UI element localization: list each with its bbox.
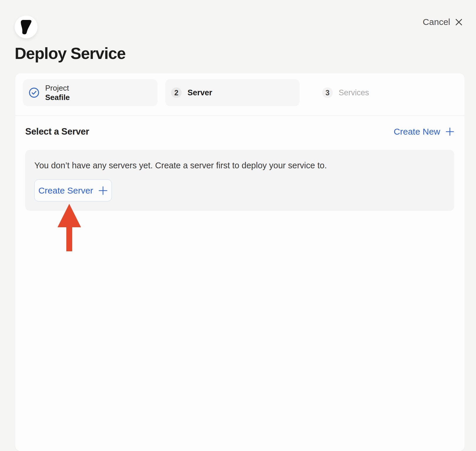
deploy-wizard-card: Project Seafile 2 Server 3 Services Sele… <box>15 73 465 451</box>
step-server-number: 2 <box>171 87 182 98</box>
divider <box>15 115 465 116</box>
empty-server-state: You don’t have any servers yet. Create a… <box>25 150 454 211</box>
check-circle-icon <box>29 87 39 98</box>
create-server-button[interactable]: Create Server <box>34 179 112 201</box>
cancel-label: Cancel <box>423 17 450 27</box>
step-project-label: Project <box>45 84 70 93</box>
step-project[interactable]: Project Seafile <box>23 79 158 106</box>
create-new-button[interactable]: Create New <box>394 127 454 137</box>
page-title: Deploy Service <box>15 44 126 63</box>
step-services: 3 Services <box>307 79 369 106</box>
plus-icon <box>445 127 454 136</box>
step-project-texts: Project Seafile <box>45 84 70 102</box>
step-services-number: 3 <box>322 87 333 98</box>
step-indicator: Project Seafile 2 Server 3 Services <box>15 73 465 106</box>
cancel-button[interactable]: Cancel <box>423 17 463 27</box>
create-server-label: Create Server <box>38 186 93 196</box>
deploy-service-page: { "header": { "cancel_label": "Cancel", … <box>0 0 476 451</box>
brand-logo-icon <box>19 19 33 35</box>
plus-icon <box>98 186 108 195</box>
brand-logo <box>15 16 38 38</box>
close-icon <box>455 18 463 26</box>
server-section-header: Select a Server Create New <box>25 123 454 140</box>
step-server[interactable]: 2 Server <box>165 79 300 106</box>
select-server-heading: Select a Server <box>25 126 89 137</box>
step-project-value: Seafile <box>45 93 70 102</box>
step-server-label: Server <box>188 88 212 97</box>
step-services-label: Services <box>339 88 369 97</box>
empty-state-message: You don’t have any servers yet. Create a… <box>34 160 454 170</box>
create-new-label: Create New <box>394 127 440 137</box>
